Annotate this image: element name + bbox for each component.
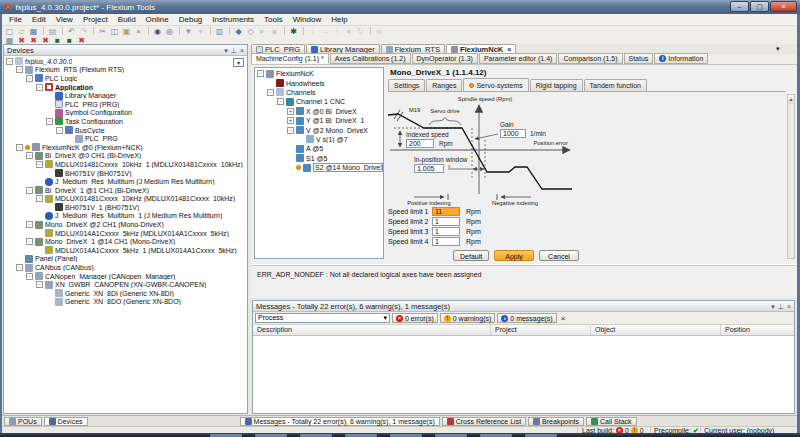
close-icon[interactable]: × (787, 303, 791, 310)
scroll-up-icon[interactable]: ▲ (788, 95, 794, 104)
bottom-tab-pou[interactable]: POUs (4, 417, 42, 426)
clear-messages-icon[interactable]: × (561, 314, 566, 323)
delete-icon[interactable]: × (133, 27, 144, 36)
cut-icon[interactable]: ✂ (97, 27, 108, 36)
tree-item[interactable]: -PLC Logic (4, 74, 247, 83)
collapse-icon[interactable]: - (26, 152, 33, 159)
maximize-button[interactable]: ▢ (750, 1, 769, 12)
collapse-icon[interactable]: - (16, 66, 23, 73)
menu-file[interactable]: File (4, 15, 27, 24)
tree-item[interactable]: +Y @1 Bi_DriveX_1 (255, 116, 383, 125)
tree-item[interactable]: J_Medium_Res_Multiturn (J Medium Res Mul… (4, 177, 247, 186)
tree-item[interactable]: Generic_XN_8DO (Generic XN-8DO) (4, 298, 247, 307)
tree-item[interactable]: +X @0 Bi_DriveX (255, 107, 383, 116)
collapse-icon[interactable]: - (277, 98, 284, 105)
close-tab-icon[interactable]: × (507, 46, 511, 53)
build-icon[interactable]: ▼ (183, 27, 194, 36)
tree-item[interactable]: -BusCycle (4, 126, 247, 135)
speed-limit-3-field[interactable]: 1 (432, 227, 460, 236)
tree-item[interactable]: Symbol Configuration (4, 109, 247, 118)
cancel-button[interactable]: Cancel (539, 250, 579, 261)
view-tab-dynoperator-1-3-[interactable]: DynOperator (1.3) (412, 53, 478, 64)
tree-item[interactable]: -FlexiumNcK @0 (Flexium+NCK) (4, 143, 247, 152)
new-project-icon[interactable]: ▢ (4, 27, 15, 36)
redo-icon[interactable]: ↷ (78, 27, 89, 36)
step-out-icon[interactable]: ↑ (331, 27, 342, 36)
tree-item[interactable]: -Bi_DriveX_1 @1 CH1 (Bi-DriveX) (4, 186, 247, 195)
pin-icon[interactable]: ⊤ (231, 47, 237, 54)
tree-item[interactable]: V s(1) @7 (255, 135, 383, 144)
start-icon[interactable]: ► (257, 27, 268, 36)
content-scrollbar[interactable]: ▲ (787, 94, 795, 259)
gain-field[interactable]: 1000 (500, 129, 526, 138)
messages-list[interactable] (253, 336, 794, 413)
collapse-icon[interactable]: - (16, 264, 23, 271)
message-filter-button[interactable]: i0 message(s) (497, 313, 556, 323)
menu-window[interactable]: Window (288, 15, 326, 24)
error-filter-button[interactable]: ×0 error(s) (392, 313, 438, 323)
collapse-icon[interactable]: - (26, 238, 33, 245)
tree-item[interactable]: -MDLUX01481Cxxxx_10kHz (MDLUX01481Cxxxx_… (4, 195, 247, 204)
tree-item[interactable]: PLC_PRG (4, 134, 247, 143)
tree-item[interactable]: Panel (Panel) (4, 255, 247, 264)
view-tab-status[interactable]: Status (624, 53, 654, 64)
tree-item[interactable]: -CANopen_Manager (CANopen_Manager) (4, 272, 247, 281)
close-button[interactable]: × (770, 1, 797, 12)
column-description[interactable]: Description (253, 325, 491, 335)
tree-item[interactable]: -Bi_DriveX @0 CH1 (Bi-DriveX) (4, 152, 247, 161)
save-icon[interactable]: ▦ (28, 27, 39, 36)
tree-item[interactable]: Generic_XN_8DI (Generic XN-8DI) (4, 289, 247, 298)
step-over-icon[interactable]: → (319, 27, 330, 36)
paste-icon[interactable]: ▣ (121, 27, 132, 36)
indexed-speed-field[interactable]: 200 (406, 139, 434, 148)
collapse-icon[interactable]: - (36, 84, 43, 91)
bottom-tab-devices[interactable]: Devices (44, 417, 88, 426)
single-cycle-icon[interactable]: ↻ (355, 27, 366, 36)
tab-ranges[interactable]: Ranges (426, 79, 462, 91)
speed-limit-1-field[interactable]: 11 (432, 207, 460, 216)
collapse-icon[interactable]: - (257, 70, 264, 77)
bottom-tab-call-stack[interactable]: Call Stack (586, 417, 637, 426)
tab-servo-systems[interactable]: Servo-systems (463, 78, 528, 91)
tree-item[interactable]: -Flexium_RTS (Flexium RTS) (4, 66, 247, 75)
collapse-icon[interactable]: - (36, 195, 43, 202)
collapse-icon[interactable]: - (36, 161, 43, 168)
instruments-wrench-icon[interactable]: ✱ (288, 27, 299, 36)
tab-overflow-icon[interactable]: ▾ (776, 45, 780, 53)
message-filter-dropdown[interactable]: Process ▾ (255, 313, 390, 323)
print-icon[interactable]: ▤ (47, 27, 58, 36)
tree-item[interactable]: A @5 (255, 144, 383, 153)
find-icon[interactable]: ◉ (152, 27, 163, 36)
root-dropdown-icon[interactable]: ▾ (233, 58, 244, 67)
view-tab-parameter-editor-1-4-[interactable]: Parameter editor (1.4) (479, 53, 557, 64)
find-next-icon[interactable]: ◎ (164, 27, 175, 36)
open-project-icon[interactable]: ▱ (16, 27, 27, 36)
menu-tools[interactable]: Tools (259, 15, 288, 24)
speed-limit-2-field[interactable]: 1 (432, 217, 460, 226)
view-tab-axes-calibrations-1-2-[interactable]: Axes Calibrations (1.2) (330, 53, 411, 64)
login-icon[interactable]: ◆ (233, 27, 244, 36)
tree-item[interactable]: S1 @5 (255, 154, 383, 163)
chevron-down-icon[interactable]: ▾ (771, 303, 775, 310)
tree-item[interactable]: -fxplus_4.0.30.0 (4, 57, 247, 66)
column-object[interactable]: Object (591, 325, 721, 335)
tab-settings[interactable]: Settings (388, 79, 425, 91)
warning-filter-button[interactable]: !0 warning(s) (440, 313, 496, 323)
close-icon[interactable]: × (240, 47, 244, 54)
tree-item[interactable]: MDLUX014A1Cxxxx_5kHz_1 (MDLUX014A1Cxxxx_… (4, 246, 247, 255)
menu-build[interactable]: Build (113, 15, 141, 24)
step-into-icon[interactable]: ↓ (307, 27, 318, 36)
tree-item[interactable]: J_Medium_Res_Multiturn_1 (J Medium Res M… (4, 212, 247, 221)
collapse-icon[interactable]: - (26, 273, 33, 280)
tab-tandem-function[interactable]: Tandem function (584, 79, 647, 91)
bottom-tab-cross-reference[interactable]: Cross Reference List (442, 417, 526, 426)
apply-button[interactable]: Apply (494, 250, 534, 261)
view-tab-comparison-1-5-[interactable]: Comparison (1.5) (558, 53, 622, 64)
menu-edit[interactable]: Edit (27, 15, 51, 24)
speed-limit-4-field[interactable]: 1 (432, 237, 460, 246)
build-options-icon[interactable]: ▾ (195, 27, 206, 36)
tree-item[interactable]: -Mono_DriveX @2 CH1 (Mono-DriveX) (4, 220, 247, 229)
tree-item[interactable]: -MDLUX01481Cxxxx_10kHz_1 (MDLUX01481Cxxx… (4, 160, 247, 169)
tree-item[interactable]: -FlexiumNcK (255, 69, 383, 78)
undo-icon[interactable]: ↶ (66, 27, 77, 36)
